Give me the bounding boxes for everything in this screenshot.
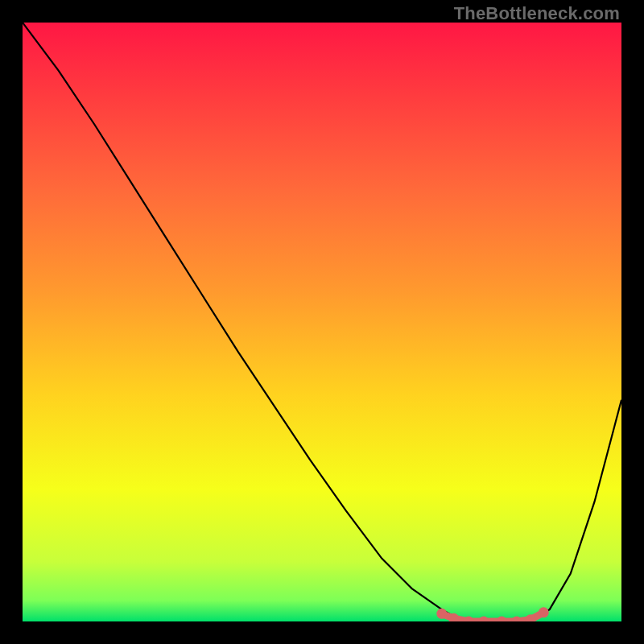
bottleneck-curve	[23, 23, 621, 621]
valley-marker-dot	[436, 609, 447, 619]
valley-marker-dot	[497, 617, 507, 622]
chart-stage: TheBottleneck.com	[0, 0, 644, 644]
watermark-text: TheBottleneck.com	[454, 3, 620, 24]
valley-marker-dot	[539, 607, 549, 617]
valley-marker-dot	[511, 617, 522, 622]
valley-marker-dot	[478, 617, 489, 622]
valley-marker-dot	[464, 617, 474, 622]
plot-area	[23, 23, 621, 621]
